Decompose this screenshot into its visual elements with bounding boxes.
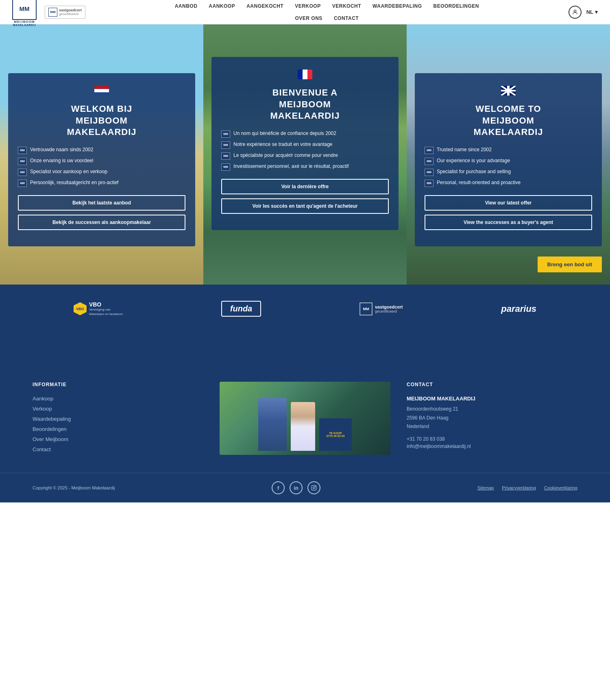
funda-label: funda	[221, 301, 261, 317]
footer-team-image: TE KOOP0770 20 83 03	[220, 382, 390, 455]
fr-btn-offre[interactable]: Voir la dernière offre	[221, 179, 389, 194]
partner-vbo: VBO VBO Vereniging vanMakelaars en taxat…	[74, 301, 123, 316]
footer-link-contact[interactable]: Contact	[33, 446, 203, 452]
navbar: MM MEIJBOOM MAKELAARDIJ MM vastgoedcert …	[0, 0, 610, 24]
pararius-label: pararius	[501, 304, 536, 314]
list-item: MM Specialist voor aankoop en verkoop	[18, 168, 185, 176]
cert-sub: gecertificeerd	[59, 12, 82, 16]
nav-aanbod[interactable]: AANBOD	[169, 0, 203, 12]
nav-contact[interactable]: CONTACT	[328, 12, 364, 24]
bullet-icon: MM	[18, 169, 27, 176]
footer-image-bg: TE KOOP0770 20 83 03	[220, 382, 390, 455]
hero-bullets-en: MM Trusted name since 2002 MM Our experi…	[425, 146, 592, 187]
bullet-icon: MM	[221, 152, 230, 160]
brand-logo[interactable]: MM MEIJBOOM MAKELAARDIJ	[12, 0, 37, 26]
bullet-icon: MM	[425, 147, 434, 154]
footer-link-verkoop[interactable]: Verkoop	[33, 406, 203, 412]
footer-link-waardebepaling[interactable]: Waardebepaling	[33, 416, 203, 422]
fr-btn-succes[interactable]: Voir les succès en tant qu'agent de l'ac…	[221, 198, 389, 214]
list-item: MM Investissement personnel, axé sur le …	[221, 163, 389, 171]
list-item: MM Le spécialiste pour acquérir comme po…	[221, 152, 389, 160]
footer-link-aankoop[interactable]: Aankoop	[33, 396, 203, 402]
footer-phone: +31 70 20 83 038	[407, 436, 577, 442]
nav-row-2: OVER ONS CONTACT	[290, 12, 365, 24]
social-facebook[interactable]: f	[272, 481, 285, 494]
nav-verkocht[interactable]: VERKOCHT	[327, 0, 367, 12]
footer-privacy[interactable]: Privacyverklaring	[502, 485, 536, 490]
flag-nl	[18, 85, 185, 98]
spacer	[0, 333, 610, 357]
bullet-text: Un nom qui bénéficie de confiance depuis…	[233, 130, 336, 137]
language-selector[interactable]: NL ▾	[586, 9, 598, 15]
bullet-text: Onze ervaring is uw voordeel	[30, 157, 93, 164]
hero-title-fr: BIENVENUE AMEIJBOOMMAKELAARDIJ	[221, 87, 389, 122]
vastgoed-icon: MM	[359, 302, 373, 315]
nav-waardebepaling[interactable]: WAARDEBEPALING	[367, 0, 427, 12]
footer-legal-links: Sitemap Privacyverklaring Cookieverklari…	[477, 485, 577, 490]
nav-beoordelingen[interactable]: BEOORDELINGEN	[428, 0, 485, 12]
logo-mm: MM	[20, 5, 30, 12]
nav-row-1: AANBOD AANKOOP AANGEKOCHT VERKOOP VERKOC…	[169, 0, 485, 12]
bullet-text: Vertrouwde naam sinds 2002	[30, 146, 93, 153]
address-line1: Benoordenhoutsweg 21	[407, 406, 458, 412]
footer-image-col: TE KOOP0770 20 83 03	[220, 382, 390, 457]
flag-en	[425, 85, 592, 98]
navbar-left: MM MEIJBOOM MAKELAARDIJ MM vastgoedcert …	[12, 0, 85, 26]
footer-company-name: MEIJBOOM MAKELAARDIJ	[407, 396, 577, 402]
nav-over-ons[interactable]: OVER ONS	[290, 12, 328, 24]
nav-links: AANBOD AANKOOP AANGEKOCHT VERKOOP VERKOC…	[85, 0, 569, 24]
vastgoedcert-label: vastgoedcert	[375, 304, 403, 309]
cert-name: vastgoedcert	[59, 8, 82, 12]
footer-link-beoordelingen[interactable]: Beoordelingen	[33, 426, 203, 432]
bullet-icon: MM	[425, 158, 434, 165]
footer-main: INFORMATIE Aankoop Verkoop Waardebepalin…	[0, 357, 610, 473]
social-links: f in	[272, 481, 320, 494]
lang-label: NL	[586, 9, 593, 15]
hero-title-en: WELCOME TOMEIJBOOMMAKELAARDIJ	[425, 103, 592, 138]
en-btn-successes[interactable]: View the successes as a buyer's agent	[425, 215, 592, 230]
social-instagram[interactable]	[307, 481, 320, 494]
list-item: MM Our experience is your advantage	[425, 157, 592, 165]
partner-funda: funda	[221, 301, 261, 317]
vbo-sub: Vereniging vanMakelaars en taxateurs	[89, 308, 123, 316]
list-item: MM Personal, result-oriented and proacti…	[425, 179, 592, 187]
footer-link-over[interactable]: Over Meijboom	[33, 436, 203, 442]
footer-address: Benoordenhoutsweg 21 2596 BA Den Haag Ne…	[407, 405, 577, 431]
footer-col-informatie: INFORMATIE Aankoop Verkoop Waardebepalin…	[33, 382, 203, 457]
brand-tagline: MAKELAARDIJ	[13, 24, 36, 26]
bullet-icon: MM	[425, 180, 434, 187]
footer-cookies[interactable]: Cookieverklaring	[544, 485, 577, 490]
nl-btn-successen[interactable]: Bekijk de successen als aankoopmakelaar	[18, 215, 185, 230]
nav-verkoop[interactable]: VERKOOP	[289, 0, 327, 12]
hero-col-nl: WELKOM BIJMEIJBOOMMAKELAARDIJ MM Vertrou…	[0, 24, 203, 285]
social-linkedin[interactable]: in	[290, 481, 303, 494]
partners-section: VBO VBO Vereniging vanMakelaars en taxat…	[0, 285, 610, 333]
cta-bod-button[interactable]: Breng een bod uit	[538, 257, 602, 272]
bullet-text: Trusted name since 2002	[437, 146, 492, 153]
bullet-text: Investissement personnel, axé sur le rés…	[233, 163, 349, 170]
copyright-text: Copyright © 2025 - Meijboom Makelaardij	[33, 485, 115, 490]
nav-aangekocht[interactable]: AANGEKOCHT	[241, 0, 289, 12]
footer-sitemap[interactable]: Sitemap	[477, 485, 494, 490]
bullet-icon: MM	[18, 147, 27, 154]
list-item: MM Persoonlijk, resultaatgericht en pro-…	[18, 179, 185, 187]
list-item: MM Notre expérience se traduit en votre …	[221, 141, 389, 149]
en-btn-offer[interactable]: View our latest offer	[425, 195, 592, 211]
hero-col-fr: BIENVENUE AMEIJBOOMMAKELAARDIJ MM Un nom…	[203, 24, 407, 285]
bullet-icon: MM	[425, 169, 434, 176]
user-icon-button[interactable]	[569, 6, 582, 19]
svg-point-2	[313, 487, 315, 489]
svg-point-3	[315, 486, 316, 487]
nav-aankoop[interactable]: AANKOOP	[203, 0, 241, 12]
footer-contact-title: CONTACT	[407, 382, 577, 387]
hero-card-en: WELCOME TOMEIJBOOMMAKELAARDIJ MM Trusted…	[415, 73, 602, 246]
bullet-text: Persoonlijk, resultaatgericht en pro-act…	[30, 179, 118, 186]
partner-vastgoedcert: MM vastgoedcert gecertificeerd	[359, 302, 403, 315]
lang-arrow: ▾	[595, 9, 598, 15]
bullet-text: Le spécialiste pour acquérir comme pour …	[233, 152, 338, 159]
bullet-text: Specialist voor aankoop en verkoop	[30, 168, 107, 175]
list-item: MM Trusted name since 2002	[425, 146, 592, 154]
bullet-icon: MM	[18, 180, 27, 187]
bullet-text: Personal, result-oriented and proactive	[437, 179, 521, 186]
nl-btn-aanbod[interactable]: Bekijk het laatste aanbod	[18, 195, 185, 211]
